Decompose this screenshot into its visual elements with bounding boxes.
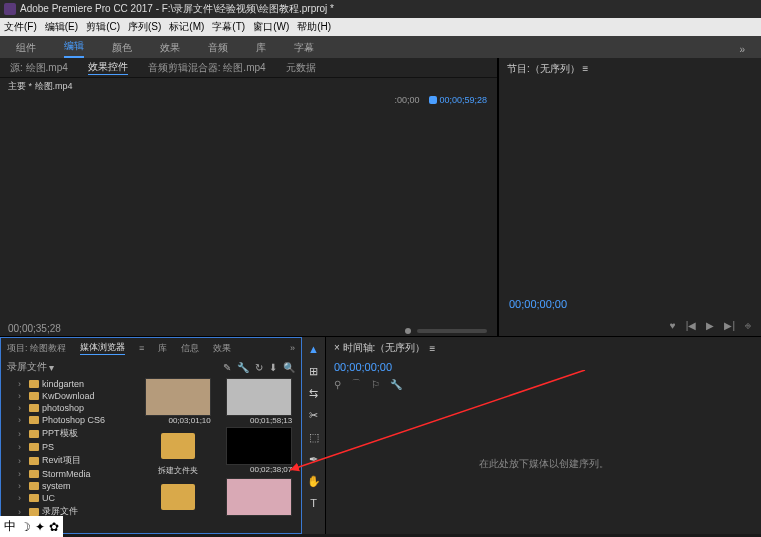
ime-moon-icon[interactable]: ☽ <box>20 520 31 534</box>
ingest-icon[interactable]: ⬇ <box>269 362 277 373</box>
ws-tab-captions[interactable]: 字幕 <box>294 38 314 58</box>
chevron-right-icon: › <box>18 507 26 517</box>
menu-help[interactable]: 帮助(H) <box>297 20 331 34</box>
tree-item[interactable]: ›Photoshop CS6 <box>1 414 136 426</box>
ws-tab-editing[interactable]: 编辑 <box>64 36 84 58</box>
refresh-icon[interactable]: ↻ <box>255 362 263 373</box>
export-frame-btn[interactable]: ⎆ <box>745 320 751 331</box>
settings-btn[interactable]: 🔧 <box>390 379 402 390</box>
menu-sequence[interactable]: 序列(S) <box>128 20 161 34</box>
hand-tool[interactable]: ✋ <box>306 473 322 489</box>
tree-item[interactable]: ›StormMedia <box>1 468 136 480</box>
source-time: 00;00;35;28 <box>8 323 61 334</box>
marker-btn2[interactable]: ⚐ <box>371 379 380 390</box>
ruler-playhead[interactable]: 00;00;59;28 <box>429 95 487 105</box>
tree-item[interactable]: ›KwDownload <box>1 390 136 402</box>
tree-item[interactable]: ›system <box>1 480 136 492</box>
link-btn[interactable]: ⌒ <box>351 377 361 391</box>
timeline-buttons: ⚲ ⌒ ⚐ 🔧 <box>326 375 761 393</box>
media-dropdown[interactable]: 录屏文件 ▾ <box>7 360 54 374</box>
folder-tree[interactable]: ›kindgarten›KwDownload›photoshop›Photosh… <box>1 376 136 517</box>
project-tab-menu[interactable]: ≡ <box>139 343 144 353</box>
program-menu-icon[interactable]: ≡ <box>583 63 589 74</box>
step-back-btn[interactable]: |◀ <box>686 320 697 331</box>
ime-gear-icon[interactable]: ✿ <box>49 520 59 534</box>
ws-tab-library[interactable]: 库 <box>256 38 266 58</box>
filter-icon[interactable]: ✎ <box>223 362 231 373</box>
timeline-panel: × 时间轴:（无序列） ≡ 00;00;00;00 ⚲ ⌒ ⚐ 🔧 在此处放下媒… <box>326 337 761 534</box>
tree-label: system <box>42 481 71 491</box>
tab-project[interactable]: 项目: 绘图教程 <box>7 342 66 355</box>
tab-source[interactable]: 源: 绘图.mp4 <box>10 61 68 75</box>
tree-item[interactable]: ›photoshop <box>1 402 136 414</box>
play-btn[interactable]: ▶ <box>706 320 714 331</box>
tab-media-browser[interactable]: 媒体浏览器 <box>80 341 125 355</box>
menu-window[interactable]: 窗口(W) <box>253 20 289 34</box>
thumb-item[interactable]: 00;01;32;14 <box>220 478 300 517</box>
menu-file[interactable]: 文件(F) <box>4 20 37 34</box>
menu-caption[interactable]: 字幕(T) <box>212 20 245 34</box>
ws-tab-assembly[interactable]: 组件 <box>16 38 36 58</box>
folder-icon <box>29 430 39 438</box>
clip-label: 主要 * 绘图.mp4 <box>0 78 497 95</box>
chevron-right-icon: › <box>18 429 26 439</box>
chevron-down-icon: ▾ <box>49 362 54 373</box>
selection-tool[interactable]: ▲ <box>306 341 322 357</box>
ws-tab-audio[interactable]: 音频 <box>208 38 228 58</box>
ime-widget[interactable]: 中 ☽ ✦ ✿ <box>0 516 63 537</box>
tab-info[interactable]: 信息 <box>181 342 199 355</box>
folder-icon <box>29 470 39 478</box>
menu-edit[interactable]: 编辑(E) <box>45 20 78 34</box>
tree-item[interactable]: ›PS <box>1 441 136 453</box>
ripple-tool[interactable]: ⇆ <box>306 385 322 401</box>
workspace-tabs: 组件 编辑 颜色 效果 音频 库 字幕 » <box>0 36 761 58</box>
type-tool[interactable]: T <box>306 495 322 511</box>
thumb-duration: 00;03;01;10 <box>168 416 210 425</box>
pen-tool[interactable]: ✒ <box>306 451 322 467</box>
folder-icon <box>29 404 39 412</box>
thumb-item[interactable]: 拆建文件夹 <box>138 427 218 476</box>
tab-effect-controls[interactable]: 效果控件 <box>88 60 128 75</box>
menu-clip[interactable]: 剪辑(C) <box>86 20 120 34</box>
ime-star-icon[interactable]: ✦ <box>35 520 45 534</box>
tree-item[interactable]: ›Revit项目 <box>1 453 136 468</box>
ws-overflow[interactable]: » <box>739 41 745 58</box>
search-icon[interactable]: 🔍 <box>283 362 295 373</box>
thumb-label: 拆建文件夹 <box>158 465 198 476</box>
tab-audio-mixer[interactable]: 音频剪辑混合器: 绘图.mp4 <box>148 61 266 75</box>
source-scrollbar[interactable] <box>417 329 487 333</box>
menu-marker[interactable]: 标记(M) <box>169 20 204 34</box>
thumb-item[interactable]: 00;03;01;10 <box>138 378 218 425</box>
program-transport: ♥ |◀ ▶ ▶| ⎆ <box>499 314 761 336</box>
snap-btn[interactable]: ⚲ <box>334 379 341 390</box>
thumb-item[interactable]: 00;01;58;13 <box>220 378 300 425</box>
source-scroll-dot[interactable] <box>405 328 411 334</box>
tree-item[interactable]: ›PPT模板 <box>1 426 136 441</box>
source-ruler[interactable]: :00;00 00;00;59;28 <box>394 95 487 105</box>
slip-tool[interactable]: ⬚ <box>306 429 322 445</box>
timeline-time: 00;00;00;00 <box>334 361 392 373</box>
tree-label: StormMedia <box>42 469 91 479</box>
marker-btn[interactable]: ♥ <box>670 320 676 331</box>
folder-icon <box>161 484 195 510</box>
ruler-start: :00;00 <box>394 95 419 105</box>
tab-metadata[interactable]: 元数据 <box>286 61 316 75</box>
timeline-menu[interactable]: ≡ <box>429 343 435 354</box>
tree-item[interactable]: ›kindgarten <box>1 378 136 390</box>
tree-item[interactable]: ›UC <box>1 492 136 504</box>
tab-library[interactable]: 库 <box>158 342 167 355</box>
razor-tool[interactable]: ✂ <box>306 407 322 423</box>
program-monitor <box>499 80 761 294</box>
media-toolbar: 录屏文件 ▾ ✎ 🔧 ↻ ⬇ 🔍 <box>1 358 301 376</box>
tab-effects2[interactable]: 效果 <box>213 342 231 355</box>
project-overflow[interactable]: » <box>290 343 295 353</box>
wrench-icon[interactable]: 🔧 <box>237 362 249 373</box>
ws-tab-color[interactable]: 颜色 <box>112 38 132 58</box>
ws-tab-effects[interactable]: 效果 <box>160 38 180 58</box>
track-select-tool[interactable]: ⊞ <box>306 363 322 379</box>
thumb-item[interactable]: 00;02;38;07 <box>220 427 300 476</box>
step-fwd-btn[interactable]: ▶| <box>724 320 735 331</box>
timeline-body[interactable]: 在此处放下媒体以创建序列。 <box>326 393 761 534</box>
ime-lang[interactable]: 中 <box>4 518 16 535</box>
thumb-item[interactable]: 经验视频 <box>138 478 218 517</box>
